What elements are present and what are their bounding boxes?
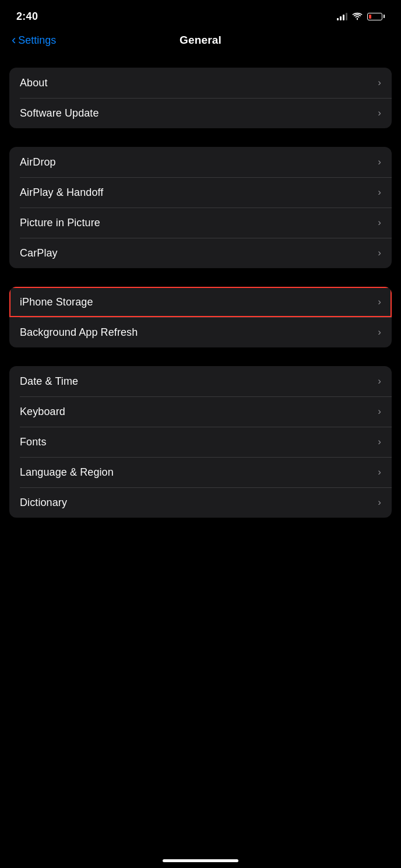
settings-group-2: AirDrop › AirPlay & Handoff › Picture in… xyxy=(9,147,392,268)
dictionary-chevron-icon: › xyxy=(378,497,381,508)
settings-row-fonts[interactable]: Fonts › xyxy=(9,427,392,457)
about-chevron-icon: › xyxy=(378,77,381,89)
background-app-refresh-chevron-icon: › xyxy=(378,326,381,338)
page-title: General xyxy=(180,34,221,47)
settings-row-keyboard[interactable]: Keyboard › xyxy=(9,396,392,427)
software-update-chevron-icon: › xyxy=(378,107,381,119)
signal-icon xyxy=(337,12,347,20)
carplay-label: CarPlay xyxy=(20,247,58,259)
date-time-chevron-icon: › xyxy=(378,375,381,387)
battery-icon xyxy=(367,13,385,20)
settings-group-3: iPhone Storage › Background App Refresh … xyxy=(9,287,392,347)
fonts-chevron-icon: › xyxy=(378,436,381,448)
picture-in-picture-label: Picture in Picture xyxy=(20,217,100,229)
settings-group-1: About › Software Update › xyxy=(9,68,392,128)
fonts-label: Fonts xyxy=(20,436,47,448)
background-app-refresh-label: Background App Refresh xyxy=(20,326,138,339)
settings-row-picture-in-picture[interactable]: Picture in Picture › xyxy=(9,208,392,238)
settings-row-language-region[interactable]: Language & Region › xyxy=(9,457,392,487)
iphone-storage-chevron-icon: › xyxy=(378,296,381,308)
airdrop-chevron-icon: › xyxy=(378,156,381,168)
iphone-storage-label: iPhone Storage xyxy=(20,296,93,308)
settings-row-date-time[interactable]: Date & Time › xyxy=(9,366,392,396)
status-icons xyxy=(337,12,385,20)
back-button[interactable]: ‹ Settings xyxy=(12,34,56,47)
settings-group-4: Date & Time › Keyboard › Fonts › Languag… xyxy=(9,366,392,518)
about-label: About xyxy=(20,77,48,89)
language-region-label: Language & Region xyxy=(20,466,114,479)
settings-row-about[interactable]: About › xyxy=(9,68,392,98)
dictionary-label: Dictionary xyxy=(20,497,67,509)
airdrop-label: AirDrop xyxy=(20,156,56,168)
settings-row-airdrop[interactable]: AirDrop › xyxy=(9,147,392,177)
back-chevron-icon: ‹ xyxy=(12,34,16,47)
keyboard-label: Keyboard xyxy=(20,406,65,418)
wifi-icon xyxy=(352,12,363,20)
settings-row-carplay[interactable]: CarPlay › xyxy=(9,238,392,268)
language-region-chevron-icon: › xyxy=(378,466,381,478)
airplay-handoff-label: AirPlay & Handoff xyxy=(20,187,103,199)
status-bar: 2:40 xyxy=(0,0,401,29)
settings-row-iphone-storage[interactable]: iPhone Storage › xyxy=(9,287,392,317)
nav-bar: ‹ Settings General xyxy=(0,29,401,56)
settings-row-airplay-handoff[interactable]: AirPlay & Handoff › xyxy=(9,177,392,208)
home-indicator xyxy=(163,859,238,862)
settings-row-software-update[interactable]: Software Update › xyxy=(9,98,392,128)
status-time: 2:40 xyxy=(16,10,38,23)
date-time-label: Date & Time xyxy=(20,375,78,388)
software-update-label: Software Update xyxy=(20,107,99,120)
back-label: Settings xyxy=(18,34,56,47)
settings-row-background-app-refresh[interactable]: Background App Refresh › xyxy=(9,317,392,347)
airplay-handoff-chevron-icon: › xyxy=(378,187,381,198)
carplay-chevron-icon: › xyxy=(378,247,381,259)
settings-row-dictionary[interactable]: Dictionary › xyxy=(9,487,392,518)
keyboard-chevron-icon: › xyxy=(378,406,381,417)
settings-content: About › Software Update › AirDrop › AirP… xyxy=(0,56,401,541)
picture-in-picture-chevron-icon: › xyxy=(378,217,381,229)
